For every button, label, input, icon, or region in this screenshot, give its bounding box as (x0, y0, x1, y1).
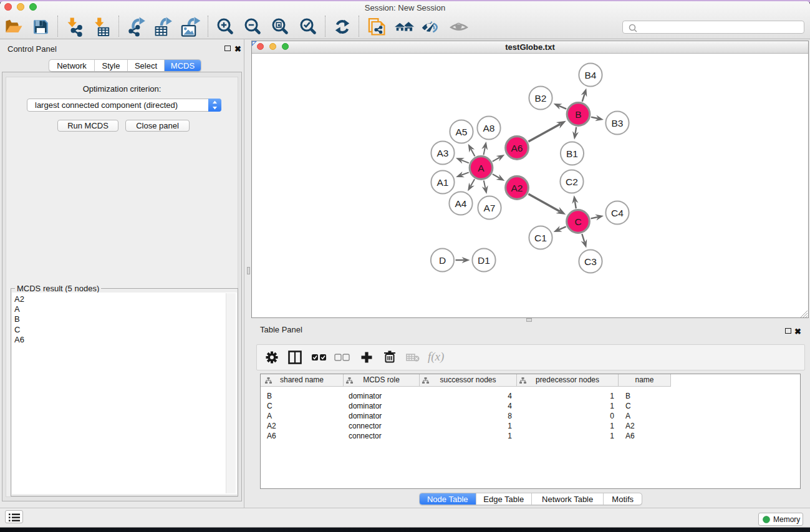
svg-text:C3: C3 (584, 256, 597, 267)
svg-text:A2: A2 (511, 183, 523, 193)
svg-text:B1: B1 (566, 148, 578, 159)
svg-text:D1: D1 (478, 255, 490, 266)
svg-text:A5: A5 (456, 127, 468, 137)
svg-text:A8: A8 (483, 123, 495, 133)
svg-text:A3: A3 (437, 148, 449, 158)
svg-text:C: C (574, 216, 581, 227)
svg-text:A: A (478, 163, 485, 173)
svg-text:C1: C1 (534, 233, 547, 243)
svg-text:A4: A4 (455, 198, 467, 209)
svg-text:B: B (575, 109, 581, 120)
svg-text:B4: B4 (585, 70, 597, 80)
svg-text:B2: B2 (535, 93, 547, 104)
svg-text:A1: A1 (437, 177, 449, 188)
svg-text:A7: A7 (484, 203, 496, 213)
svg-text:C2: C2 (566, 177, 578, 187)
svg-text:D: D (439, 255, 446, 266)
svg-text:A6: A6 (511, 143, 523, 153)
svg-text:C4: C4 (611, 208, 624, 218)
svg-text:B3: B3 (612, 118, 624, 128)
